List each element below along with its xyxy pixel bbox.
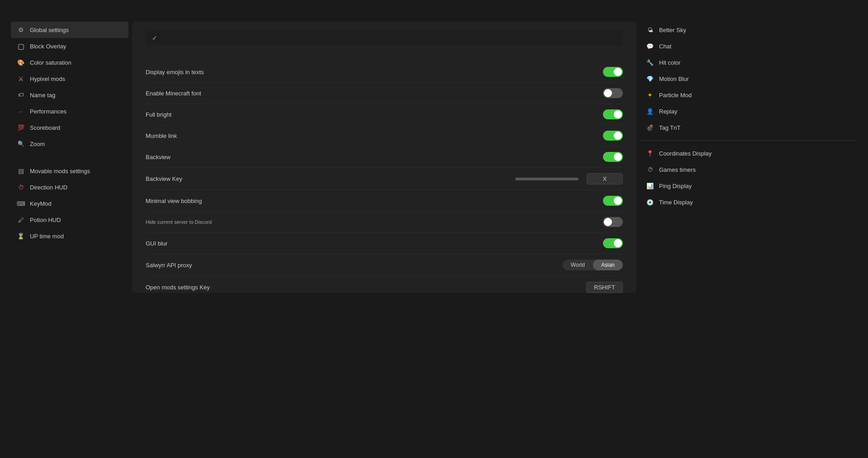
setting-label-backview: Backview [146,154,171,161]
setting-label-enable-minecraft-font: Enable Minecraft font [146,90,201,97]
sidebar-label-performances: Performances [30,108,66,115]
right-item-games-timers[interactable]: Games timers [640,161,857,178]
setting-row-full-bright: Full bright [146,104,623,125]
sidebar-item-keymod[interactable]: KeyMod [11,195,128,212]
chat-icon [645,42,655,51]
perf-icon [16,107,25,116]
sidebar-item-global-settings[interactable]: Global settings [11,22,128,38]
sidebar-label-keymod: KeyMod [30,200,52,207]
toggle-full-bright[interactable] [603,109,623,119]
right-item-ping-display[interactable]: Ping Display [640,178,857,194]
right-label-replay: Replay [659,108,677,115]
sidebar-item-hypixel-mods[interactable]: Hypixel mods [11,71,128,87]
right-label-tag-tnt: Tag TnT [659,124,680,131]
setting-label-gui-blur: GUI blur [146,240,167,247]
right-item-hit-color[interactable]: Hit color [640,54,857,71]
setting-label-full-bright: Full bright [146,111,171,118]
toggle-gui-blur[interactable] [603,238,623,248]
setting-row-open-mods-key: Open mods settings KeyRSHIFT [146,276,623,293]
sidebar-item-name-tag[interactable]: Name tag [11,87,128,103]
toggle-backview[interactable] [603,152,623,162]
timedisp-icon [645,198,655,207]
right-label-games-timers: Games timers [659,166,696,173]
header [0,0,868,13]
right-sidebar: Better SkyChatHit colorMotion BlurPartic… [640,22,857,444]
setting-label-backview-key: Backview Key [146,175,182,182]
right-item-better-sky[interactable]: Better Sky [640,22,857,38]
main-layout: Global settingsBlock OverlayColor satura… [0,22,868,444]
right-label-particle-mod: Particle Mod [659,92,692,99]
sidebar-item-potion-hud[interactable]: Potion HUD [11,212,128,228]
sidebar-label-block-overlay: Block Overlay [30,43,66,50]
movable-icon [16,166,25,175]
right-label-hit-color: Hit color [659,59,681,66]
right-label-ping-display: Ping Display [659,183,692,189]
sidebar-label-color-saturation: Color saturation [30,59,71,66]
right-item-time-display[interactable]: Time Display [640,194,857,210]
center-panel: Display emojis in textsEnable Minecraft … [132,22,636,293]
proxy-selector-salwyrr-api-proxy: WorldAsian [563,260,623,270]
setting-label-minimal-view-bobbing: Minimal view bobbing [146,198,202,204]
particle-icon [645,90,655,99]
setting-label-salwyrr-api-proxy: Salwyrr API proxy [146,262,192,269]
tagtnt-icon [645,123,655,132]
right-item-chat[interactable]: Chat [640,38,857,54]
block-icon [16,42,25,51]
sidebar-item-scoreboard[interactable]: Scoreboard [11,119,128,136]
proxy-option-world[interactable]: World [563,260,593,270]
sky-icon [645,25,655,34]
toggle-knob-mumble-link [614,132,622,140]
setting-row-mumble-link: Mumble link [146,125,623,146]
toggle-minimal-view-bobbing[interactable] [603,196,623,206]
right-item-replay[interactable]: Replay [640,103,857,119]
toggle-display-emojis[interactable] [603,67,623,77]
right-item-motion-blur[interactable]: Motion Blur [640,71,857,87]
toggle-mumble-link[interactable] [603,131,623,141]
sidebar-item-performances[interactable]: Performances [11,103,128,119]
hypixel-icon [16,74,25,83]
slider-backview-key[interactable] [515,178,579,180]
setting-row-hide-current-server: Hide current server to Discord [146,212,623,233]
anim-row [146,31,623,45]
right-item-coordinates-display[interactable]: Coordinates Display [640,145,857,161]
setting-row-backview: Backview [146,146,623,168]
key-input-open-mods-key[interactable]: RSHIFT [586,282,623,293]
right-item-particle-mod[interactable]: Particle Mod [640,87,857,103]
sidebar-label-hypixel-mods: Hypixel mods [30,76,65,82]
setting-row-gui-blur: GUI blur [146,233,623,254]
toggle-knob-display-emojis [614,68,622,76]
left-sidebar-group2: Movable mods settingsDirection HUDKeyMod… [11,163,128,244]
sidebar-label-direction-hud: Direction HUD [30,184,67,191]
keymod-icon [16,199,25,208]
nametag-icon [16,90,25,99]
toggle-enable-minecraft-font[interactable] [603,88,623,98]
sidebar-item-movable-mods[interactable]: Movable mods settings [11,163,128,179]
proxy-option-asian[interactable]: Asian [593,260,623,270]
sidebar-label-scoreboard: Scoreboard [30,124,60,131]
sidebar-item-uptime-mod[interactable]: UP time mod [11,228,128,244]
sidebar-label-zoom: Zoom [30,141,45,147]
sidebar-item-zoom[interactable]: Zoom [11,136,128,152]
sidebar-item-direction-hud[interactable]: Direction HUD [11,179,128,195]
setting-row-enable-minecraft-font: Enable Minecraft font [146,83,623,104]
score-icon [16,123,25,132]
left-sidebar: Global settingsBlock OverlayColor satura… [11,22,128,444]
toggle-hide-current-server[interactable] [603,217,623,227]
setting-row-salwyrr-api-proxy: Salwyrr API proxyWorldAsian [146,254,623,276]
sidebar-item-block-overlay[interactable]: Block Overlay [11,38,128,54]
right-label-better-sky: Better Sky [659,27,686,33]
setting-row-backview-key: Backview KeyX [146,168,623,190]
right-label-coordinates-display: Coordinates Display [659,150,711,157]
gamestimer-icon [645,165,655,174]
toggle-knob-backview [614,153,622,161]
toggle-knob-enable-minecraft-font [604,89,612,97]
left-sidebar-group1: Global settingsBlock OverlayColor satura… [11,22,128,152]
sidebar-item-color-saturation[interactable]: Color saturation [11,54,128,71]
key-input-backview-key[interactable]: X [587,173,623,184]
toggle-knob-hide-current-server [604,218,612,226]
toggle-knob-minimal-view-bobbing [614,197,622,205]
replay-icon [645,107,655,116]
right-item-tag-tnt[interactable]: Tag TnT [640,119,857,136]
setting-label-hide-current-server: Hide current server to Discord [146,219,212,225]
setting-row-display-emojis: Display emojis in texts [146,61,623,83]
